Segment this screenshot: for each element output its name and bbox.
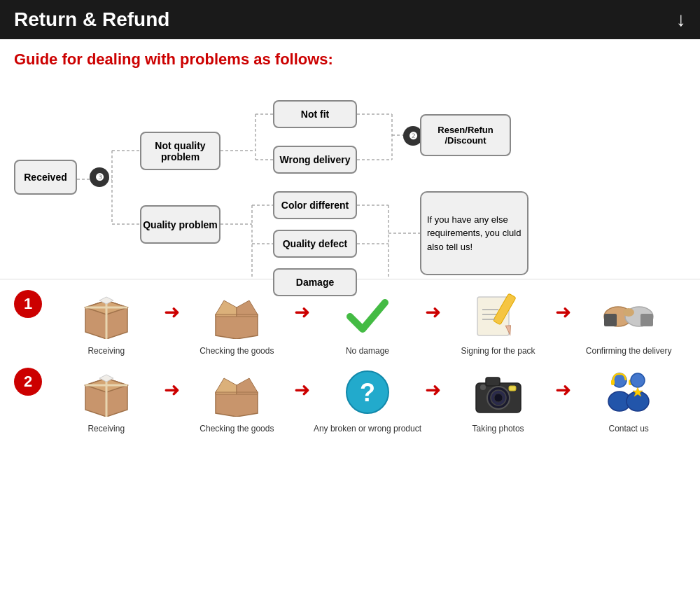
box-not-quality-problem: Not quality problem <box>140 132 220 170</box>
box-requirements: If you have any else requirements, you c… <box>420 191 528 275</box>
svg-point-42 <box>623 308 634 317</box>
svg-rect-41 <box>640 314 653 326</box>
arrow-2-3: ➜ <box>425 364 441 401</box>
svg-marker-31 <box>237 300 258 314</box>
step-2-receiving-label: Receiving <box>88 423 125 435</box>
box-received: Received <box>14 160 77 195</box>
arrow-1-1: ➜ <box>164 286 180 324</box>
badge-3: ❸ <box>90 167 109 187</box>
box-quality-defect: Quality defect <box>273 230 357 258</box>
header-title: Return & Refund <box>14 8 169 31</box>
step-1-confirming-label: Confirming the delivery <box>586 345 672 357</box>
svg-text:?: ? <box>360 378 375 407</box>
svg-point-61 <box>480 384 486 390</box>
svg-point-59 <box>494 394 503 402</box>
process-row-1: 1 Receiving ➜ <box>14 286 686 357</box>
receiving2-icon <box>71 364 141 420</box>
step-2-checking: Checking the goods <box>180 364 295 435</box>
step-2-contact: Contact us <box>571 364 686 435</box>
box-color-different: Color different <box>273 191 357 219</box>
step-2-receiving: Receiving <box>49 364 164 435</box>
svg-marker-52 <box>237 378 258 392</box>
step-2-broken-label: Any broken or wrong product <box>314 423 421 435</box>
svg-marker-51 <box>216 378 237 392</box>
svg-point-66 <box>631 373 645 387</box>
arrow-2-1: ➜ <box>164 364 180 401</box>
svg-rect-56 <box>486 377 500 386</box>
step-2-circle: 2 <box>14 368 42 396</box>
step-2-items: Receiving ➜ Checking the goods ➜ <box>49 364 686 435</box>
signing-icon <box>463 286 533 342</box>
svg-rect-40 <box>604 314 617 326</box>
box-damage: Damage <box>273 268 357 296</box>
step-1-receiving: Receiving <box>49 286 164 357</box>
guide-text: Guide for dealing with problems as follo… <box>0 39 700 76</box>
checking-icon <box>202 286 272 342</box>
process-row-2: 2 Receiving ➜ <box>14 364 686 435</box>
broken-icon: ? <box>332 364 402 420</box>
step-1-receiving-label: Receiving <box>88 345 125 357</box>
bottom-section: 1 Receiving ➜ <box>0 279 700 449</box>
header: Return & Refund ↓ <box>0 0 700 39</box>
checking2-icon <box>202 364 272 420</box>
step-1-checking-label: Checking the goods <box>200 345 274 357</box>
box-quality-problem: Quality problem <box>140 205 220 244</box>
box-resen-refund: Resen/Refun /Discount <box>420 114 511 156</box>
step-1-nodamage: No damage <box>310 286 425 357</box>
step-1-confirming: Confirming the delivery <box>571 286 686 357</box>
arrow-1-4: ➜ <box>555 286 571 324</box>
step-2-photos-label: Taking photos <box>472 423 524 435</box>
step-1-items: Receiving ➜ Checking the goods <box>49 286 686 357</box>
step-2-photos: Taking photos <box>441 364 556 435</box>
flowchart-section: Received ❸ Not quality problem Quality p… <box>0 76 700 279</box>
box-not-fit: Not fit <box>273 100 357 128</box>
header-arrow: ↓ <box>676 8 686 31</box>
confirming-icon <box>594 286 664 342</box>
arrow-1-3: ➜ <box>425 286 441 324</box>
camera-icon <box>463 364 533 420</box>
step-2-checking-label: Checking the goods <box>200 423 274 435</box>
step-1-checking: Checking the goods <box>180 286 295 357</box>
svg-rect-60 <box>509 386 516 391</box>
arrow-2-2: ➜ <box>294 364 310 401</box>
svg-marker-30 <box>216 300 237 314</box>
contact-icon <box>594 364 664 420</box>
step-1-signing: Signing for the pack <box>441 286 556 357</box>
box-wrong-delivery: Wrong delivery <box>273 146 357 174</box>
step-1-nodamage-label: No damage <box>346 345 389 357</box>
step-1-circle: 1 <box>14 290 42 318</box>
svg-rect-64 <box>611 380 615 385</box>
arrow-2-4: ➜ <box>555 364 571 401</box>
step-2-contact-label: Contact us <box>608 423 648 435</box>
step-2-broken: ? Any broken or wrong product <box>310 364 425 435</box>
receiving-icon <box>71 286 141 342</box>
step-1-signing-label: Signing for the pack <box>461 345 536 357</box>
